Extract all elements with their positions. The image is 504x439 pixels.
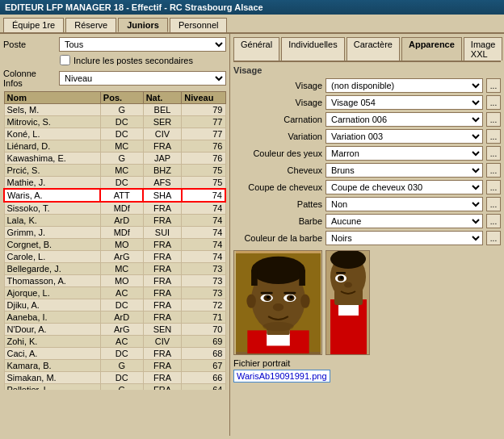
tab-reserve[interactable]: Réserve: [65, 18, 116, 32]
table-row[interactable]: Waris, A. ATT SHA 74: [4, 189, 225, 202]
field-btn-5[interactable]: ...: [486, 163, 501, 178]
table-row[interactable]: Koné, L. DC CIV 77: [4, 128, 225, 140]
tab-juniors[interactable]: Juniors: [118, 18, 168, 32]
table-row[interactable]: Kawashima, E. G JAP 76: [4, 153, 225, 165]
field-select-3[interactable]: Variation 003: [326, 129, 483, 144]
field-btn-0[interactable]: ...: [486, 78, 501, 93]
tab-apparence[interactable]: Apparence: [401, 37, 462, 61]
field-btn-9[interactable]: ...: [486, 231, 501, 245]
fichier-portrait-label: Fichier portrait: [233, 358, 501, 368]
player-nat: CIV: [143, 336, 182, 348]
player-niveau: 73: [182, 287, 225, 299]
tab-general[interactable]: Général: [233, 37, 279, 61]
portrait-image: [236, 251, 321, 354]
field-select-0[interactable]: (non disponible): [326, 78, 483, 93]
field-btn-3[interactable]: ...: [486, 129, 501, 144]
table-row[interactable]: Thomasson, A. MO FRA 73: [4, 275, 225, 287]
field-btn-7[interactable]: ...: [486, 197, 501, 211]
table-row[interactable]: Ajorque, L. AC FRA 73: [4, 287, 225, 299]
tab-personnel[interactable]: Personnel: [170, 18, 228, 32]
field-label-5: Cheveux: [233, 165, 322, 175]
player-pos: MDf: [100, 202, 143, 215]
field-btn-6[interactable]: ...: [486, 180, 501, 194]
svg-point-19: [262, 322, 293, 331]
table-row[interactable]: Sels, M. G BEL 79: [4, 104, 225, 116]
left-tabs: Équipe 1re Réserve Juniors Personnel: [0, 15, 504, 34]
player-nat: FRA: [143, 348, 182, 360]
field-select-6[interactable]: Coupe de cheveux 030: [326, 180, 483, 194]
table-row[interactable]: Mitrovic, S. DC SER 77: [4, 116, 225, 128]
table-row[interactable]: Lala, K. ArD FRA 74: [4, 215, 225, 227]
table-row[interactable]: Kamara, B. G FRA 67: [4, 360, 225, 372]
table-row[interactable]: Mathie, J. DC AFS 75: [4, 177, 225, 190]
table-row[interactable]: Corgnet, B. MO FRA 74: [4, 239, 225, 251]
secondary-posts-checkbox[interactable]: [60, 55, 70, 65]
player-niveau: 71: [182, 311, 225, 324]
col-nat[interactable]: Nat.: [143, 92, 182, 104]
player-nat: FRA: [143, 311, 182, 324]
col-niveau[interactable]: Niveau: [182, 92, 225, 104]
field-label-9: Couleur de la barbe: [233, 233, 322, 243]
field-select-7[interactable]: Non: [326, 197, 483, 211]
table-row[interactable]: Caci, A. DC FRA 68: [4, 348, 225, 360]
player-name: Liénard, D.: [4, 140, 100, 153]
svg-point-28: [340, 276, 343, 279]
table-row[interactable]: Bellegarde, J. MC FRA 73: [4, 263, 225, 275]
player-niveau: 75: [182, 177, 225, 190]
player-nat: FRA: [143, 360, 182, 372]
player-nat: FRA: [143, 140, 182, 153]
table-row[interactable]: Carole, L. ArG FRA 74: [4, 251, 225, 263]
fichier-portrait-value[interactable]: WarisAb19091991.png: [233, 370, 330, 383]
table-row[interactable]: Aaneba, I. ArD FRA 71: [4, 311, 225, 324]
right-panel: Général Individuelles Caractère Apparenc…: [230, 34, 504, 436]
player-nat: CIV: [143, 128, 182, 140]
table-row[interactable]: Liénard, D. MC FRA 76: [4, 140, 225, 153]
player-pos: DC: [100, 299, 143, 311]
player-name: Simakan, M.: [4, 372, 100, 384]
table-row[interactable]: Grimm, J. MDf SUI 74: [4, 227, 225, 239]
poste-select[interactable]: Tous: [59, 37, 226, 52]
field-select-2[interactable]: Carnation 006: [326, 112, 483, 127]
field-select-9[interactable]: Noirs: [326, 231, 483, 245]
col-nom[interactable]: Nom: [4, 92, 100, 104]
player-pos: MC: [100, 140, 143, 153]
player-name: N'Dour, A.: [4, 324, 100, 336]
player-pos: DC: [100, 177, 143, 190]
player-pos: DC: [100, 372, 143, 384]
player-table-scroll[interactable]: Nom Pos. Nat. Niveau Sels, M. G BEL 79 M…: [3, 91, 226, 390]
tab-individuelles[interactable]: Individuelles: [281, 37, 345, 61]
table-row[interactable]: Simakan, M. DC FRA 66: [4, 372, 225, 384]
field-btn-1[interactable]: ...: [486, 95, 501, 110]
field-btn-4[interactable]: ...: [486, 146, 501, 161]
player-pos: AC: [100, 287, 143, 299]
player-name: Djiku, A.: [4, 299, 100, 311]
table-row[interactable]: Djiku, A. DC FRA 72: [4, 299, 225, 311]
field-label-8: Barbe: [233, 216, 322, 226]
table-row[interactable]: N'Dour, A. ArG SEN 70: [4, 324, 225, 336]
table-row[interactable]: Zohi, K. AC CIV 69: [4, 336, 225, 348]
player-niveau: 76: [182, 140, 225, 153]
player-pos: MDf: [100, 227, 143, 239]
table-row[interactable]: Pelletier, L. G FRA 64: [4, 384, 225, 391]
tab-caractere[interactable]: Caractère: [346, 37, 400, 61]
field-btn-2[interactable]: ...: [486, 112, 501, 127]
table-row[interactable]: Sissoko, T. MDf FRA 74: [4, 202, 225, 215]
player-nat: FRA: [143, 239, 182, 251]
col-pos[interactable]: Pos.: [100, 92, 143, 104]
field-select-1[interactable]: Visage 054: [326, 95, 483, 110]
field-row-0: Visage (non disponible) ...: [233, 78, 501, 93]
player-niveau: 75: [182, 165, 225, 177]
colonne-select[interactable]: Niveau: [59, 71, 226, 86]
field-row-1: Visage Visage 054 ...: [233, 95, 501, 110]
title-text: EDITEUR LFP MANAGER 18 - Effectif - RC S…: [5, 2, 263, 12]
player-niveau: 77: [182, 116, 225, 128]
table-row[interactable]: Prcić, S. MC BHZ 75: [4, 165, 225, 177]
field-select-8[interactable]: Aucune: [326, 214, 483, 228]
player-pos: G: [100, 360, 143, 372]
field-btn-8[interactable]: ...: [486, 214, 501, 228]
field-select-5[interactable]: Bruns: [326, 163, 483, 178]
field-select-4[interactable]: Marron: [326, 146, 483, 161]
tab-imagexl[interactable]: Image XXL: [464, 37, 503, 61]
tab-equipe1re[interactable]: Équipe 1re: [3, 18, 64, 32]
field-label-2: Carnation: [233, 115, 322, 124]
